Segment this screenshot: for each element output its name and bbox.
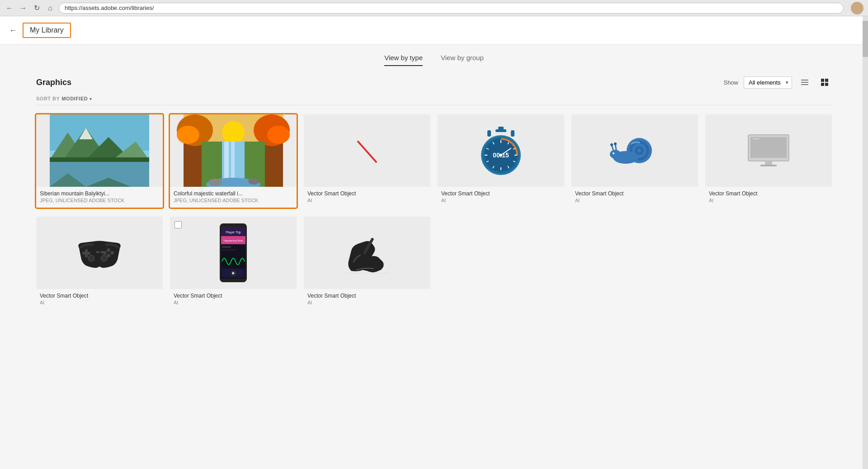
- grid-item-4[interactable]: 00:15 Vector Smart Object AI: [438, 114, 564, 208]
- app-header: ← My Library: [0, 16, 868, 45]
- waterfall-svg: [170, 114, 297, 187]
- browser-home-btn[interactable]: ⌂: [45, 3, 55, 13]
- mountain-svg: [36, 114, 163, 187]
- svg-rect-5: [821, 83, 824, 86]
- svg-rect-91: [222, 249, 236, 251]
- url-text: https://assets.adobe.com/libraries/: [65, 5, 154, 11]
- item-info-2: Colorful majestic waterfall i... JPEG, U…: [170, 187, 297, 208]
- item-name-2: Colorful majestic waterfall i...: [174, 190, 293, 197]
- item-info-6: Vector Smart Object AI: [705, 187, 832, 208]
- section-controls: Show All elements: [723, 75, 832, 90]
- svg-rect-70: [765, 161, 772, 165]
- browser-chrome: ← → ↻ ⌂ https://assets.adobe.com/librari…: [0, 0, 868, 16]
- browser-back-btn[interactable]: ←: [5, 3, 14, 13]
- svg-point-32: [248, 178, 259, 185]
- sort-value: MODIFIED: [61, 96, 88, 101]
- grid-item-5[interactable]: Vector Smart Object AI: [571, 114, 698, 208]
- tab-view-by-group[interactable]: View by group: [441, 54, 484, 66]
- address-bar[interactable]: https://assets.adobe.com/libraries/: [59, 3, 844, 14]
- phone-svg: Player Trip Happening Now: [217, 223, 249, 282]
- thumbnail-8: Player Trip Happening Now: [170, 217, 297, 289]
- gamepad-svg: [72, 235, 127, 271]
- item-info-7: Vector Smart Object AI: [36, 289, 163, 310]
- grid-item-1[interactable]: Siberian mountain Balyiktyi... JPEG, UNL…: [36, 114, 163, 208]
- scrollbar-thumb[interactable]: [863, 21, 868, 57]
- svg-rect-6: [825, 83, 828, 86]
- grid-item-9[interactable]: Vector Smart Object AI: [304, 217, 430, 310]
- list-view-btn[interactable]: [797, 75, 812, 90]
- items-grid-row2: Vector Smart Object AI Player Trip: [0, 217, 868, 319]
- svg-rect-3: [821, 79, 824, 82]
- svg-text:Happening Now: Happening Now: [224, 239, 243, 242]
- item-name-8: Vector Smart Object: [174, 293, 293, 299]
- grid-item-2[interactable]: Colorful majestic waterfall i... JPEG, U…: [170, 114, 297, 208]
- item-meta-8: AI: [174, 300, 293, 305]
- show-dropdown-wrapper: All elements: [744, 76, 792, 89]
- item-meta-4: AI: [441, 198, 561, 203]
- show-dropdown[interactable]: All elements: [744, 76, 792, 89]
- item-name-6: Vector Smart Object: [709, 190, 828, 197]
- svg-rect-90: [222, 246, 231, 248]
- svg-point-65: [610, 143, 613, 146]
- thumbnail-3: [304, 114, 430, 187]
- svg-rect-2: [801, 84, 808, 85]
- thumbnail-7: [36, 217, 163, 289]
- svg-point-25: [267, 126, 290, 144]
- item-meta-7: AI: [40, 300, 159, 305]
- items-grid-row1: Siberian mountain Balyiktyi... JPEG, UNL…: [0, 105, 868, 217]
- thumbnail-2: [170, 114, 297, 187]
- svg-rect-69: [750, 137, 787, 158]
- item-meta-3: AI: [307, 198, 427, 203]
- svg-point-81: [88, 255, 94, 261]
- grid-item-8[interactable]: Player Trip Happening Now: [170, 217, 297, 310]
- item-meta-2: JPEG, UNLICENSED ADOBE STOCK: [174, 198, 293, 203]
- drawing-svg: [342, 230, 392, 275]
- red-line-svg: [354, 137, 381, 164]
- grid-item-7[interactable]: Vector Smart Object AI: [36, 217, 163, 310]
- grid-item-3[interactable]: Vector Smart Object AI: [304, 114, 430, 208]
- svg-point-19: [222, 121, 245, 144]
- stopwatch-svg: 00:15: [478, 126, 524, 175]
- back-arrow-btn[interactable]: ←: [9, 26, 17, 35]
- browser-forward-btn[interactable]: →: [18, 3, 28, 13]
- svg-text:Player Trip: Player Trip: [226, 231, 241, 234]
- svg-rect-35: [495, 129, 506, 132]
- view-tabs-container: View by type View by group: [0, 45, 868, 66]
- grid-view-icon: [820, 78, 829, 87]
- svg-point-60: [637, 149, 641, 152]
- item-name-4: Vector Smart Object: [441, 190, 561, 197]
- grid-item-6[interactable]: Vector Smart Object AI: [705, 114, 832, 208]
- svg-point-62: [610, 150, 621, 159]
- svg-point-67: [613, 152, 614, 154]
- svg-rect-79: [96, 251, 99, 253]
- svg-rect-36: [487, 130, 491, 137]
- svg-rect-4: [825, 79, 828, 82]
- user-avatar: [851, 2, 863, 14]
- svg-rect-80: [100, 251, 104, 253]
- sort-arrow[interactable]: ▾: [90, 96, 92, 101]
- thumbnail-6: [705, 114, 832, 187]
- svg-rect-74: [82, 252, 90, 255]
- svg-point-22: [177, 126, 199, 144]
- my-library-button[interactable]: My Library: [23, 23, 71, 38]
- scrollbar-track[interactable]: [863, 16, 868, 469]
- page-content: View by type View by group Graphics Show…: [0, 45, 868, 469]
- sort-bar: SORT BY MODIFIED ▾: [0, 94, 868, 105]
- section-header: Graphics Show All elements: [0, 66, 868, 94]
- tab-view-by-type[interactable]: View by type: [384, 54, 423, 66]
- item-name-1: Siberian mountain Balyiktyi...: [40, 190, 159, 197]
- svg-rect-1: [801, 82, 808, 83]
- snail-svg: [610, 133, 660, 169]
- svg-point-66: [614, 142, 617, 145]
- thumbnail-4: 00:15: [438, 114, 564, 187]
- item-name-9: Vector Smart Object: [307, 293, 427, 299]
- browser-reload-btn[interactable]: ↻: [32, 3, 42, 13]
- svg-point-75: [107, 248, 110, 252]
- svg-point-82: [101, 255, 107, 261]
- svg-point-31: [208, 179, 222, 186]
- svg-point-76: [110, 251, 114, 255]
- thumbnail-1: [36, 114, 163, 187]
- grid-view-btn[interactable]: [817, 75, 832, 90]
- item-info-4: Vector Smart Object AI: [438, 187, 564, 208]
- item-info-3: Vector Smart Object AI: [304, 187, 430, 208]
